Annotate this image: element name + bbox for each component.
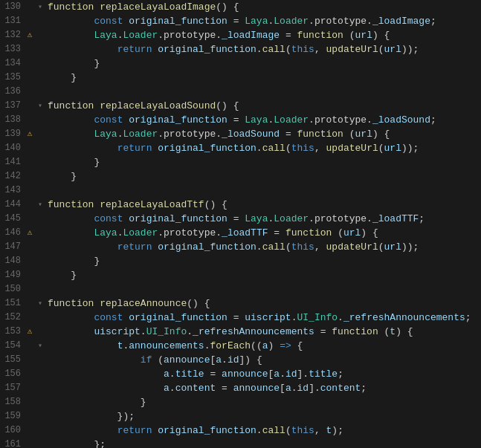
plain-token [48,28,94,42]
var-token: original_function [129,311,227,325]
plain-token: } [48,56,100,71]
type-token: Laya [94,127,117,141]
type-token: UI_Info [146,325,187,339]
param-token: url [343,226,361,240]
plain-token [48,423,117,438]
kw-token: function [48,99,100,113]
line-number: 157 [0,381,24,395]
prop-token: _refreshAnnouncements [343,311,465,325]
code-line: function replaceLayaLoadTtf() { [48,198,481,212]
code-line: } [48,254,481,268]
method-token: call [262,141,285,155]
collapse-arrow[interactable]: ▾ [36,99,45,113]
plain-token: ); [332,423,343,438]
line-row: 145 [0,212,45,226]
line-row: 158 [0,395,45,409]
plain-token: .prototype. [309,14,372,28]
plain-token: ]) { [239,353,262,367]
plain-token: ( [285,141,291,155]
kw2-token: const [94,14,129,28]
plain-token: ]. [297,367,309,381]
code-line: } [48,268,481,282]
collapse-arrow[interactable]: ▾ [36,339,45,353]
plain-token: ( [378,141,384,155]
collapse-arrow[interactable]: ▾ [36,296,45,311]
line-row: 140 [0,141,45,155]
plain-token [48,212,94,226]
var-token: url [384,42,401,56]
plain-token: ) { [396,325,413,339]
code-line: Laya.Loader.prototype._loadSound = funct… [48,127,481,141]
blue-token: this [291,42,314,56]
plain-token: ; [465,311,471,325]
line-row: 130▾ [0,0,45,14]
line-number: 133 [0,42,24,56]
line-row: 151▾ [0,296,45,311]
prop-token: content [175,381,216,395]
plain-token: . [170,367,175,381]
line-row: 156 [0,367,45,381]
line-number: 151 [0,296,24,311]
kw-token: function [332,325,384,339]
kw-token: function [48,198,100,212]
type-token: UI_Info [297,311,338,325]
prop-token: id [285,367,297,381]
kw2-token: return [117,240,158,254]
line-row: 142 [0,169,45,184]
line-number: 136 [0,85,24,99]
plain-token: ( [349,127,355,141]
code-line: }); [48,409,481,423]
plain-token: = [227,113,245,127]
code-line: } [48,155,481,169]
plain-token [48,325,94,339]
line-number: 153 [0,325,24,339]
collapse-arrow[interactable]: ▾ [36,198,45,212]
var-token: original_function [158,42,256,56]
var-token: uiscript [94,325,140,339]
blue-token: this [291,141,314,155]
plain-token: )); [401,141,419,155]
kw2-token: const [94,311,129,325]
plain-token: .prototype. [309,113,372,127]
type-token: Loader [274,212,309,226]
collapse-arrow[interactable]: ▾ [36,0,45,14]
type-token: Laya [245,212,268,226]
var-token: original_function [158,141,256,155]
plain-token: () { [204,198,227,212]
code-line: const original_function = Laya.Loader.pr… [48,113,481,127]
line-row: 155 [0,353,45,367]
plain-token: } [48,268,77,282]
plain-token: ; [430,113,436,127]
plain-token [48,367,164,381]
line-number: 146 [0,226,24,240]
prop-token: _refreshAnnouncements [193,325,314,339]
plain-token: = [314,325,332,339]
plain-token: } [48,254,100,268]
type-token: Laya [94,226,117,240]
type-token: Laya [94,28,117,42]
line-row: 160 [0,423,45,438]
fn-token: replaceLayaLoadImage [100,0,216,14]
code-line: return original_function.call(this, upda… [48,240,481,254]
plain-token: () { [216,0,239,14]
line-number: 148 [0,254,24,268]
plain-token: . [204,339,210,353]
prop-token: id [297,381,309,395]
plain-token: ( [285,240,291,254]
plain-token: (( [251,339,262,353]
method-token: call [262,240,285,254]
method-token: updateUrl [326,240,378,254]
plain-token: .prototype. [158,127,222,141]
line-row: 150 [0,282,45,296]
type-token: Loader [123,28,158,42]
var-token: original_function [129,113,227,127]
plain-token: ) { [372,28,390,42]
line-number: 145 [0,212,24,226]
line-number: 134 [0,56,24,71]
fn-token: replaceAnnounce [100,296,187,311]
code-line: } [48,71,481,85]
line-row: 161 [0,438,45,448]
plain-token: = [227,212,245,226]
line-number: 159 [0,409,24,423]
kw-token: function [297,127,349,141]
